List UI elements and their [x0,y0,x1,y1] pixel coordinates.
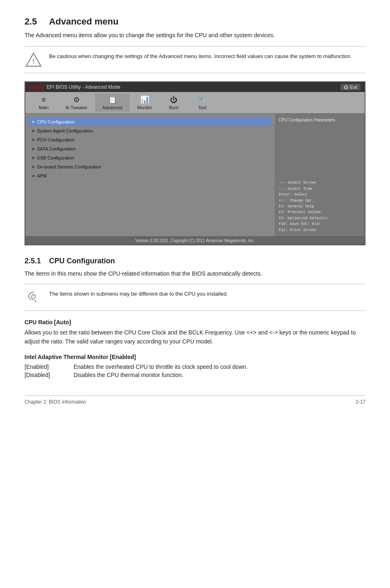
bios-nav-ai-tweaker[interactable]: ⚙ Ai Tweaker [58,94,95,112]
page-footer: Chapter 2: BIOS information 2-17 [25,395,365,405]
bios-content: > CPU Configuration > System Agent Confi… [25,114,365,236]
arrow-icon: > [32,137,34,142]
bios-menu-system-agent[interactable]: > System Agent Configuration [29,127,271,135]
svg-text:!: ! [32,58,34,65]
option-enabled-desc: Enables the overheated CPU to throttle i… [74,363,365,371]
tool-nav-icon: 🔧 [198,95,207,104]
bios-screenshot: /SUS EFI BIOS Utility - Advanced Mode ⏻ … [25,81,365,245]
bios-menu-usb[interactable]: > USB Configuration [29,154,271,162]
table-row: [Enabled] Enables the overheated CPU to … [25,363,365,371]
arrow-icon: > [32,155,34,160]
info-icon [25,288,43,306]
bios-menu-list: > CPU Configuration > System Agent Confi… [25,114,275,236]
bios-nav-tool[interactable]: 🔧 Tool [188,94,217,112]
bios-nav-advanced[interactable]: 📋 Advanced [95,94,130,112]
bios-menu-sata[interactable]: > SATA Configuration [29,145,271,153]
bios-keys-text: →←: Select Screen ↑↓: Select Item Enter:… [279,180,361,233]
feature-cpu-ratio-heading: CPU Ratio [Auto] [25,319,365,325]
bios-menu-apm[interactable]: > APM [29,172,271,180]
bios-nav-main[interactable]: ≡ Main [29,94,58,112]
caution-icon: ! [25,51,43,69]
bios-help-text: CPU Configuration Parameters [279,117,361,123]
bios-footer: Version 2.00.1201. Copyright (C) 2011 Am… [25,236,365,245]
power-icon: ⏻ [344,85,348,90]
section-description: The Advanced menu items allow you to cha… [25,31,365,40]
asus-logo: /SUS [29,84,43,90]
option-enabled-value: [Enabled] [25,363,74,371]
feature-thermal-monitor-heading: Intel Adaptive Thermal Monitor [Enabled] [25,354,365,360]
caution-text: Be cautious when changing the settings o… [49,51,352,61]
advanced-nav-icon: 📋 [108,95,117,104]
main-nav-icon: ≡ [42,96,46,104]
footer-left: Chapter 2: BIOS information [25,399,86,405]
bios-menu-onboard[interactable]: > On-board Devices Configuration [29,163,271,171]
bios-menu-cpu-config[interactable]: > CPU Configuration [29,118,271,126]
feature-thermal-monitor-table: [Enabled] Enables the overheated CPU to … [25,363,365,379]
arrow-icon: > [32,119,34,124]
bios-nav-boot[interactable]: ⏻ Boot [159,94,188,112]
arrow-icon: > [32,164,34,169]
monitor-nav-icon: 📊 [140,95,149,104]
submenu-notice-text: The items shown in submenu may be differ… [49,288,228,298]
arrow-icon: > [32,146,34,151]
bios-mode-title: EFI BIOS Utility - Advanced Mode [47,84,120,90]
bios-help-panel: CPU Configuration Parameters →←: Select … [275,114,365,236]
bios-nav-monitor[interactable]: 📊 Monitor [130,94,159,112]
footer-right: 2-17 [356,399,365,405]
boot-nav-icon: ⏻ [170,96,177,104]
bios-nav: ≡ Main ⚙ Ai Tweaker 📋 Advanced 📊 Monitor… [25,92,365,114]
option-disabled-value: [Disabled] [25,371,74,379]
bios-menu-pch[interactable]: > PCH Configuration [29,136,271,144]
submenu-notice: The items shown in submenu may be differ… [25,284,365,311]
subsection-title: 2.5.1 CPU Configuration [25,257,365,265]
bios-titlebar: /SUS EFI BIOS Utility - Advanced Mode ⏻ … [25,82,365,92]
table-row: [Disabled] Disables the CPU thermal moni… [25,371,365,379]
bios-titlebar-left: /SUS EFI BIOS Utility - Advanced Mode [29,84,120,90]
bios-exit-button[interactable]: ⏻ Exit [341,84,361,90]
section-title: 2.5 Advanced menu [25,16,365,27]
arrow-icon: > [32,128,34,133]
caution-notice: ! Be cautious when changing the settings… [25,46,365,73]
ai-tweaker-nav-icon: ⚙ [73,95,80,104]
arrow-icon: > [32,173,34,178]
subsection-description: The items in this menu show the CPU-rela… [25,269,365,278]
option-disabled-desc: Disables the CPU thermal monitor functio… [74,371,365,379]
feature-cpu-ratio-desc: Allows you to set the ratio between the … [25,328,365,346]
svg-point-2 [35,301,36,302]
